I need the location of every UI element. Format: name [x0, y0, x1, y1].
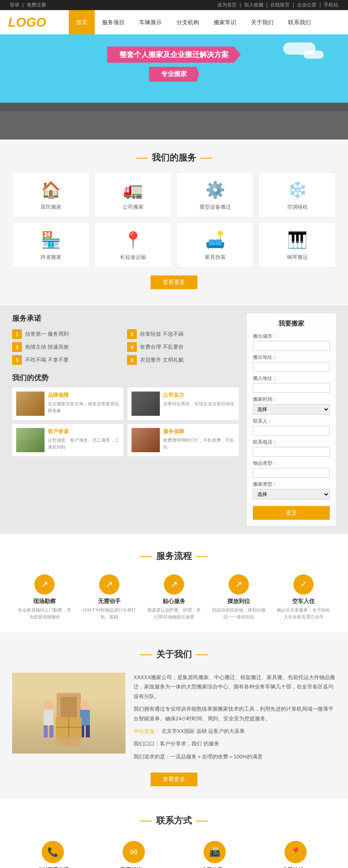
promise-text-3: 收费合理 不乱要价 [140, 343, 184, 351]
login-link[interactable]: 登录 [10, 2, 19, 8]
cloud-2 [303, 51, 324, 59]
form-row-4: 联系人： [253, 418, 330, 436]
process-flow: ↗ 现场勘察 专业家居顾问上门勘察，并为您提供细报价 ↗ 无需动手 付对于对时物… [12, 574, 336, 620]
process-label-0: 现场勘察 [33, 598, 56, 605]
promise-text-1: 轻拿轻放 不急不躁 [140, 330, 184, 338]
service-icon-0: 🏠 [41, 180, 61, 199]
nav-service[interactable]: 服务项目 [95, 10, 132, 34]
about-view-more-btn[interactable]: 查看更多 [151, 773, 197, 786]
service-card-6[interactable]: 🛋️ 家具拆装 [176, 222, 254, 267]
advantage-desc-0: 见证搬家历史沿海，铸造业界家居品牌形象 [48, 400, 119, 414]
about-image [12, 673, 125, 754]
form-label-3: 搬家时间： [253, 396, 330, 403]
location-link[interactable]: 企业位置 [297, 2, 316, 8]
advantage-card-3: 服务保障 收费透明明时打打，不乱收费，不乱扣 [127, 424, 239, 456]
service-card-2[interactable]: ⚙️ 重型设备搬迁 [176, 172, 254, 217]
services-view-more: 查看更多 [12, 275, 336, 289]
services-section: 我们的服务 🏠 居民搬家 🚛 公司搬家 ⚙️ 重型设备搬迁 ❄️ 空调移机 🏪 … [0, 140, 348, 305]
process-icon-2: ↗ [164, 574, 184, 595]
process-label-1: 无需动手 [98, 598, 121, 605]
services-view-more-btn[interactable]: 查看更多 [151, 275, 197, 289]
register-link[interactable]: 免费注册 [27, 2, 46, 8]
advantage-content-2: 客户承诺 让您满意、客户满意、员工满意，三满意到到 [48, 428, 119, 452]
promise-item-5: 6 衣冠整齐 文明礼貌 [127, 355, 239, 365]
service-card-7[interactable]: 🎹 钢琴搬运 [259, 222, 336, 267]
nav-vehicle[interactable]: 车辆展示 [132, 10, 169, 34]
service-icon-7: 🎹 [287, 231, 308, 250]
about-illustration [16, 677, 121, 749]
svg-point-2 [44, 700, 53, 710]
service-card-1[interactable]: 🚛 公司搬家 [94, 172, 172, 217]
process-desc-1: 付对于对时物品进行分类打包、装箱 [81, 607, 138, 620]
set-homepage-link[interactable]: 设为首页 [217, 2, 237, 8]
about-culture-title: 中心文化： [134, 728, 160, 734]
services-grid: 🏠 居民搬家 🚛 公司搬家 ⚙️ 重型设备搬迁 ❄️ 空调移机 🏪 跨省搬家 📍… [12, 172, 336, 267]
service-icon-2: ⚙️ [205, 180, 225, 199]
nav-about[interactable]: 关于我们 [244, 10, 281, 34]
about-culture-text: 北京市XX国际 远销 运客户的大采果 [161, 728, 245, 734]
mobile-link[interactable]: 手机站 [324, 2, 338, 8]
process-desc-2: 易逻逻认划护爱、护理，并已帮目地物据位放置 [146, 607, 202, 620]
form-input-addr-from[interactable] [253, 362, 330, 372]
form-input-phone[interactable] [253, 447, 330, 457]
form-row-2: 搬入地址： [253, 375, 330, 393]
about-goal: 我们追求的是：一流品服务＋合理的收费＝100%的满意 [134, 752, 336, 761]
form-row-0: 搬出城市： [253, 333, 330, 351]
promise-text-5: 衣冠整齐 文明礼貌 [140, 356, 184, 364]
contact-icon-1: ✉ [123, 841, 145, 863]
service-label-0: 居民搬家 [40, 203, 62, 211]
contact-icon-3: 📍 [284, 841, 307, 863]
form-input-city-from[interactable] [253, 341, 330, 351]
service-card-0[interactable]: 🏠 居民搬家 [12, 172, 89, 217]
process-step-3: ↗ 摆放到位 到达目的目的地，将到位物品一一使你到位 [210, 574, 267, 620]
nav-branch[interactable]: 分支机构 [169, 10, 206, 34]
service-card-3[interactable]: ❄️ 空调移机 [259, 172, 336, 217]
service-card-5[interactable]: 📍 长短途运输 [94, 222, 172, 267]
contact-label-0: 24小时联系电话： [31, 866, 74, 868]
form-input-goods[interactable] [253, 468, 330, 478]
process-desc-0: 专业家居顾问上门勘察，并为您提供细报价 [16, 607, 73, 620]
form-label-2: 搬入地址： [253, 375, 330, 382]
message-link[interactable]: 在线留言 [270, 2, 290, 8]
hero-section: 整套个人搬家及企业搬迁解决方案 专业搬家 [0, 34, 348, 140]
nav-contact[interactable]: 联系我们 [281, 10, 318, 34]
advantage-grid: 品牌保障 见证搬家历史沿海，铸造业界家居品牌形象 公司实力 业务综合系统，实现企… [12, 387, 239, 456]
advantage-title-0: 品牌保障 [48, 392, 119, 399]
form-input-addr-to[interactable] [253, 383, 330, 393]
promise-left: 服务承诺 1 信誉第一 服务周到 2 轻拿轻放 不急不躁 3 热情主动 快速高效… [12, 313, 239, 526]
process-icon-3: ↗ [229, 574, 249, 595]
advantage-desc-2: 让您满意、客户满意、员工满意，三满意到到 [48, 437, 119, 450]
contact-grid: 📞 24小时联系电话： 010-88888888 ✉ 联系邮箱： XXXXXXX… [12, 841, 336, 868]
form-select-type[interactable]: 选择 [253, 489, 330, 500]
promise-item-1: 2 轻拿轻放 不急不躁 [127, 329, 239, 339]
about-para-1: XXXXX搬家公司，是集居民搬家、中心搬迁、框架搬迁、家具搬、包装托运大件物品搬… [134, 673, 336, 701]
advantage-desc-3: 收费透明明时打打，不乱收费，不乱扣 [163, 437, 235, 450]
main-nav: 首页 服务项目 车辆展示 分支机构 搬家常识 关于我们 联系我们 [69, 10, 318, 34]
advantage-card-0: 品牌保障 见证搬家历史沿海，铸造业界家居品牌形象 [12, 387, 123, 420]
form-select-time[interactable]: 选择 [253, 404, 330, 415]
advantage-content-3: 服务保障 收费透明明时打打，不乱收费，不乱扣 [163, 428, 235, 452]
form-submit-btn[interactable]: 提交 [253, 506, 330, 520]
nav-knowledge[interactable]: 搬家常识 [206, 10, 244, 34]
contact-icon-2: 📠 [204, 841, 226, 863]
contact-item-0: 📞 24小时联系电话： 010-88888888 [16, 841, 89, 868]
form-row-1: 搬出地址： [253, 354, 330, 372]
about-slogan: 我们口口：客户分享求，我们 的服务 [134, 739, 336, 748]
contact-icon-0: 📞 [42, 841, 64, 863]
contact-section: 联系方式 📞 24小时联系电话： 010-88888888 ✉ 联系邮箱： XX… [0, 798, 348, 868]
advantage-desc-1: 业务综合系统，实现企业业务自动化 [163, 400, 234, 407]
about-title: 关于我们 [12, 636, 336, 669]
svg-rect-9 [86, 725, 90, 737]
bookmark-link[interactable]: 加入收藏 [244, 2, 263, 8]
svg-rect-5 [49, 725, 53, 737]
form-label-4: 联系人： [253, 418, 330, 425]
promise-item-3: 4 收费合理 不乱要价 [127, 342, 239, 352]
service-card-4[interactable]: 🏪 跨省搬家 [12, 222, 89, 267]
service-icon-3: ❄️ [287, 180, 308, 199]
promise-item-4: 5 不吃不喝 不拿不要 [12, 355, 124, 365]
nav-home[interactable]: 首页 [69, 10, 95, 34]
form-label-0: 搬出城市： [253, 333, 330, 340]
form-input-contact[interactable] [253, 426, 330, 436]
about-para-2: 我们拥有通过专业培训并能熟练掌握搬家技术的工具，利用先进的计算机局域一微薄平台智… [134, 704, 336, 723]
promise-title: 服务承诺 [12, 313, 239, 323]
